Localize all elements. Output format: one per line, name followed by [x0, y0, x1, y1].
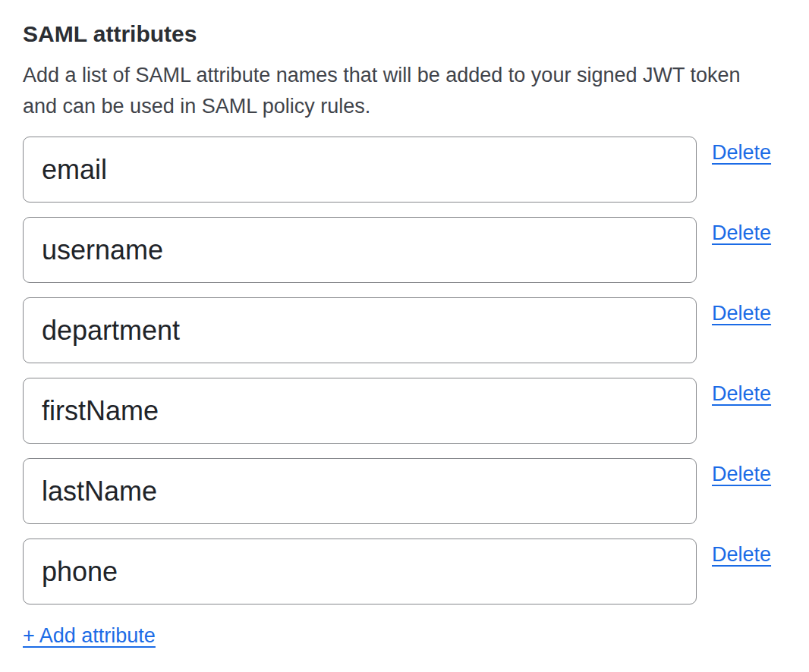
- attribute-list: Delete Delete Delete Delete Delete Delet…: [23, 137, 786, 604]
- section-description-line-2: and can be used in SAML policy rules.: [23, 91, 786, 122]
- attribute-input-firstName[interactable]: [23, 378, 697, 444]
- attribute-input-department[interactable]: [23, 297, 697, 363]
- saml-attributes-section: SAML attributes Add a list of SAML attri…: [0, 0, 809, 648]
- attribute-input-email[interactable]: [23, 137, 697, 203]
- attribute-input-phone[interactable]: [23, 539, 697, 604]
- delete-link[interactable]: Delete: [712, 301, 771, 326]
- attribute-row: Delete: [23, 137, 786, 203]
- attribute-row: Delete: [23, 217, 786, 283]
- attribute-row: Delete: [23, 458, 786, 524]
- attribute-row: Delete: [23, 378, 786, 444]
- delete-link[interactable]: Delete: [712, 140, 771, 165]
- attribute-row: Delete: [23, 539, 786, 604]
- delete-link[interactable]: Delete: [712, 382, 771, 407]
- section-description: Add a list of SAML attribute names that …: [23, 60, 786, 122]
- attribute-input-lastName[interactable]: [23, 458, 697, 524]
- delete-link[interactable]: Delete: [712, 542, 771, 567]
- attribute-row: Delete: [23, 297, 786, 363]
- section-description-line-1: Add a list of SAML attribute names that …: [23, 60, 786, 91]
- section-title: SAML attributes: [23, 20, 786, 49]
- delete-link[interactable]: Delete: [712, 462, 771, 487]
- add-attribute-link[interactable]: + Add attribute: [23, 623, 156, 648]
- delete-link[interactable]: Delete: [712, 221, 771, 246]
- attribute-input-username[interactable]: [23, 217, 697, 283]
